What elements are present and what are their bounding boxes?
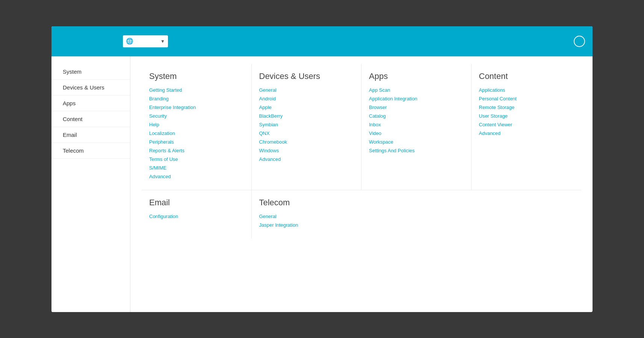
link-getting-started[interactable]: Getting Started bbox=[149, 87, 240, 93]
section-email: EmailConfiguration bbox=[142, 190, 252, 238]
section-apps: AppsApp ScanApplication IntegrationBrows… bbox=[361, 64, 472, 190]
section-title-email: Email bbox=[149, 198, 240, 208]
link-windows[interactable]: Windows bbox=[259, 148, 350, 153]
link-android[interactable]: Android bbox=[259, 96, 350, 102]
close-button[interactable] bbox=[574, 36, 585, 47]
link-personal-content[interactable]: Personal Content bbox=[479, 96, 570, 102]
link-user-storage[interactable]: User Storage bbox=[479, 113, 570, 119]
link-help[interactable]: Help bbox=[149, 122, 240, 127]
link-catalog[interactable]: Catalog bbox=[369, 113, 460, 119]
link-symbian[interactable]: Symbian bbox=[259, 122, 350, 127]
link-reports---alerts[interactable]: Reports & Alerts bbox=[149, 148, 240, 153]
link-configuration[interactable]: Configuration bbox=[149, 214, 240, 219]
modal-body: SystemDevices & UsersAppsContentEmailTel… bbox=[51, 56, 593, 312]
modal-overlay: 🌐 ▼ SystemDevices & UsersAppsContentEmai… bbox=[0, 0, 644, 338]
chevron-down-icon: ▼ bbox=[160, 39, 165, 44]
link-chromebook[interactable]: Chromebook bbox=[259, 139, 350, 145]
link-peripherals[interactable]: Peripherals bbox=[149, 139, 240, 145]
section-title-content: Content bbox=[479, 71, 570, 81]
link-app-scan[interactable]: App Scan bbox=[369, 87, 460, 93]
link-video[interactable]: Video bbox=[369, 130, 460, 136]
link-advanced[interactable]: Advanced bbox=[149, 174, 240, 179]
link-qnx[interactable]: QNX bbox=[259, 130, 350, 136]
link-security[interactable]: Security bbox=[149, 113, 240, 119]
sidebar-item-devices---users[interactable]: Devices & Users bbox=[51, 80, 130, 95]
section-title-devices-users: Devices & Users bbox=[259, 71, 350, 81]
link-applications[interactable]: Applications bbox=[479, 87, 570, 93]
settings-modal: 🌐 ▼ SystemDevices & UsersAppsContentEmai… bbox=[51, 26, 593, 312]
sidebar-item-apps[interactable]: Apps bbox=[51, 95, 130, 111]
link-remote-storage[interactable]: Remote Storage bbox=[479, 105, 570, 110]
link-terms-of-use[interactable]: Terms of Use bbox=[149, 156, 240, 162]
link-jasper-integration[interactable]: Jasper Integration bbox=[259, 222, 351, 228]
sidebar: SystemDevices & UsersAppsContentEmailTel… bbox=[51, 56, 130, 312]
link-localization[interactable]: Localization bbox=[149, 130, 240, 136]
link-s-mime[interactable]: S/MIME bbox=[149, 165, 240, 171]
link-workspace[interactable]: Workspace bbox=[369, 139, 460, 145]
link-application-integration[interactable]: Application Integration bbox=[369, 96, 460, 102]
main-content: SystemGetting StartedBrandingEnterprise … bbox=[130, 56, 593, 312]
link-content-viewer[interactable]: Content Viewer bbox=[479, 122, 570, 127]
link-enterprise-integration[interactable]: Enterprise Integration bbox=[149, 105, 240, 110]
modal-header: 🌐 ▼ bbox=[51, 26, 593, 56]
sidebar-item-email[interactable]: Email bbox=[51, 127, 130, 143]
link-general[interactable]: General bbox=[259, 87, 350, 93]
section-title-system: System bbox=[149, 71, 240, 81]
link-browser[interactable]: Browser bbox=[369, 105, 460, 110]
link-branding[interactable]: Branding bbox=[149, 96, 240, 102]
section-system: SystemGetting StartedBrandingEnterprise … bbox=[142, 64, 252, 190]
link-blackberry[interactable]: BlackBerry bbox=[259, 113, 350, 119]
link-settings-and-policies[interactable]: Settings And Policies bbox=[369, 148, 460, 153]
sidebar-item-system[interactable]: System bbox=[51, 64, 130, 80]
link-apple[interactable]: Apple bbox=[259, 105, 350, 110]
section-title-telecom: Telecom bbox=[259, 198, 351, 208]
sidebar-item-content[interactable]: Content bbox=[51, 111, 130, 127]
section-title-apps: Apps bbox=[369, 71, 460, 81]
link-advanced[interactable]: Advanced bbox=[479, 130, 570, 136]
section-content: ContentApplicationsPersonal ContentRemot… bbox=[472, 64, 582, 190]
link-inbox[interactable]: Inbox bbox=[369, 122, 460, 127]
section-telecom: TelecomGeneralJasper Integration bbox=[252, 190, 362, 238]
link-advanced[interactable]: Advanced bbox=[259, 156, 350, 162]
link-general[interactable]: General bbox=[259, 214, 351, 219]
sidebar-item-telecom[interactable]: Telecom bbox=[51, 143, 130, 159]
language-dropdown[interactable]: 🌐 ▼ bbox=[123, 35, 168, 47]
globe-icon: 🌐 bbox=[126, 38, 133, 45]
section-devices-users: Devices & UsersGeneralAndroidAppleBlackB… bbox=[252, 64, 362, 190]
